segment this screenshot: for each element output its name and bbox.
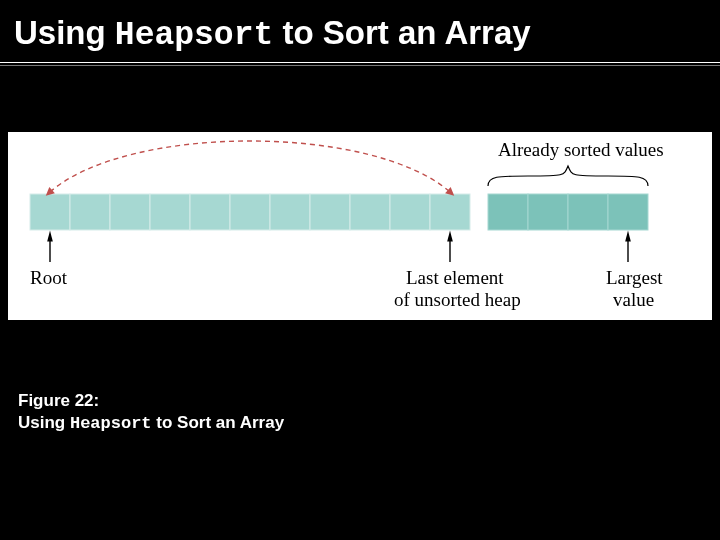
swap-arc <box>50 141 450 192</box>
figure-panel: Already sorted values Root Last element … <box>8 132 712 320</box>
title-post: to Sort an Array <box>273 14 530 51</box>
svg-rect-4 <box>190 194 230 230</box>
title-mono: Heapsort <box>115 17 273 54</box>
slide: Using Heapsort to Sort an Array <box>0 0 720 540</box>
caption-pre: Using <box>18 413 70 432</box>
svg-rect-9 <box>390 194 430 230</box>
svg-rect-3 <box>150 194 190 230</box>
largest-label-l1: Largest <box>606 267 663 288</box>
svg-rect-11 <box>488 194 528 230</box>
svg-rect-7 <box>310 194 350 230</box>
title-rule-1 <box>0 62 720 63</box>
svg-rect-13 <box>568 194 608 230</box>
caption-figno: Figure 22: <box>18 390 284 412</box>
caption-line2: Using Heapsort to Sort an Array <box>18 412 284 435</box>
svg-rect-1 <box>70 194 110 230</box>
figure-caption: Figure 22: Using Heapsort to Sort an Arr… <box>18 390 284 435</box>
caption-mono: Heapsort <box>70 414 152 433</box>
root-label: Root <box>30 267 68 288</box>
svg-rect-6 <box>270 194 310 230</box>
largest-label-l2: value <box>613 289 654 310</box>
svg-rect-0 <box>30 194 70 230</box>
page-title: Using Heapsort to Sort an Array <box>0 0 720 56</box>
last-label-l1: Last element <box>406 267 504 288</box>
sorted-cells <box>488 194 648 230</box>
last-label-l2: of unsorted heap <box>394 289 521 310</box>
svg-rect-2 <box>110 194 150 230</box>
svg-rect-10 <box>430 194 470 230</box>
caption-post: to Sort an Array <box>152 413 285 432</box>
title-rule-2 <box>0 65 720 66</box>
heapsort-diagram: Already sorted values Root Last element … <box>8 132 712 320</box>
sorted-brace <box>488 166 648 186</box>
unsorted-cells <box>30 194 470 230</box>
svg-rect-12 <box>528 194 568 230</box>
svg-rect-14 <box>608 194 648 230</box>
svg-rect-5 <box>230 194 270 230</box>
title-pre: Using <box>14 14 115 51</box>
sorted-label: Already sorted values <box>498 139 664 160</box>
svg-rect-8 <box>350 194 390 230</box>
